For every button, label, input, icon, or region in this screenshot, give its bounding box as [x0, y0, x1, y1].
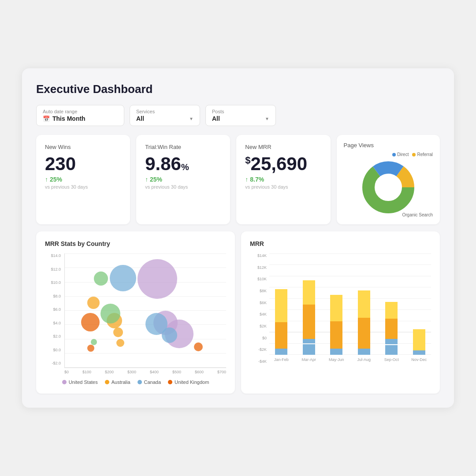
new-mrr-prefix: $ [245, 155, 250, 166]
trial-win-rate-number: 9.86 [145, 153, 181, 174]
bubble-au-1 [87, 297, 100, 309]
services-filter[interactable]: Services All ▼ [130, 105, 200, 126]
trial-win-rate-label: Trial:Win Rate [145, 144, 221, 150]
new-wins-label: New Wins [45, 144, 121, 150]
chevron-down-icon-posts: ▼ [265, 116, 269, 121]
new-mrr-card: New MRR $25,690 ↑ 8.7% vs previous 30 da… [236, 135, 330, 224]
x-label-sep: Sep-Oct [379, 357, 404, 362]
x-label-mar: Mar-Apr [297, 357, 321, 362]
dashboard-container: Executive Dashboard Auto date range 📅 Th… [22, 68, 454, 408]
new-wins-change: ↑ 25% [45, 176, 121, 183]
legend-uk-label: United Kingdom [175, 379, 209, 385]
bar-jul-aug [352, 253, 376, 355]
trial-win-rate-change: ↑ 25% [145, 176, 221, 183]
x-label-jan: Jan-Feb [269, 357, 294, 362]
donut-chart [355, 159, 421, 216]
calendar-icon: 📅 [43, 115, 50, 122]
bar-jul-yellow [358, 290, 370, 318]
bar-sep-oct [379, 253, 404, 355]
mrr-bar-title: MRR [250, 240, 431, 247]
bubble-y-axis: $14.0$12.0$10.0$8.0$6.0$4.0$2.0$0.0-$2.0 [45, 253, 63, 365]
bubble-uk-2 [87, 345, 94, 352]
legend-us-label: United States [69, 379, 98, 385]
posts-label: Posts [212, 109, 269, 114]
bar-jul-blue [358, 349, 370, 355]
new-mrr-label: New MRR [245, 144, 321, 150]
kpi-row: New Wins 230 ↑ 25% vs previous 30 days T… [36, 135, 440, 224]
bar-may-blue [330, 349, 342, 355]
dashboard-title: Executive Dashboard [36, 82, 440, 96]
bar-mar-neg-blue [303, 344, 315, 355]
bar-sep-yellow [385, 302, 398, 319]
mrr-stats-title: MRR Stats by Country [45, 240, 226, 247]
bubble-chart-area [64, 253, 226, 368]
new-mrr-change: ↑ 8.7% [245, 176, 321, 183]
legend-us-dot [62, 380, 67, 384]
bar-may-jun [324, 253, 349, 355]
bubble-ca-1 [110, 265, 136, 291]
svg-point-3 [375, 174, 402, 201]
new-wins-card: New Wins 230 ↑ 25% vs previous 30 days [36, 135, 130, 224]
mrr-stats-card: MRR Stats by Country $14.0$12.0$10.0$8.0… [36, 231, 235, 394]
bar-sep-orange [385, 319, 398, 339]
legend-au: Australia [105, 379, 130, 385]
legend-ca-dot [138, 380, 142, 384]
new-mrr-number: 25,690 [251, 153, 307, 174]
bar-mar-apr [297, 253, 321, 355]
donut-wrap: Direct Referral Organic Search [344, 152, 433, 217]
bar-chart-area: Jan-Feb Mar-Apr May-Jun Jul-Aug Sep-Oct … [269, 253, 431, 377]
charts-row: MRR Stats by Country $14.0$12.0$10.0$8.0… [36, 231, 440, 394]
trial-win-rate-suffix: % [181, 162, 189, 172]
filters-row: Auto date range 📅 This Month Services Al… [36, 105, 440, 126]
new-mrr-sub: vs previous 30 days [245, 184, 321, 190]
x-label-may: May-Jun [324, 357, 349, 362]
date-range-value: This Month [52, 115, 118, 122]
bar-jul-orange [358, 318, 370, 349]
bar-nov-blue [413, 350, 425, 355]
trial-win-rate-value: 9.86% [145, 155, 221, 173]
mrr-bar-wrapper: $14K$12K$10K$8K$6K$4K$2K$0-$2K-$4K [250, 253, 431, 377]
bar-mar-yellow [303, 280, 315, 305]
organic-search-label: Organic Search [344, 212, 433, 217]
bubble-green-1 [94, 271, 108, 286]
bar-nov-yellow [413, 329, 425, 350]
legend-au-label: Australia [112, 379, 130, 385]
page-views-title: Page Views [344, 142, 433, 149]
bubble-uk-1 [81, 313, 100, 331]
legend-au-dot [105, 380, 109, 384]
new-mrr-value: $25,690 [245, 155, 321, 173]
bar-sep-neg-blue [385, 345, 398, 355]
legend-us: United States [62, 379, 98, 385]
bar-sep-blue [385, 339, 398, 344]
bubble-chart-wrapper: $14.0$12.0$10.0$8.0$6.0$4.0$2.0$0.0-$2.0 [45, 253, 226, 374]
bar-may-yellow [330, 295, 342, 321]
chevron-down-icon: ▼ [189, 116, 193, 121]
x-label-nov: Nov-Dec [407, 357, 431, 362]
bubble-au-3 [113, 327, 123, 337]
mrr-bar-card: MRR $14K$12K$10K$8K$6K$4K$2K$0-$2K-$4K [241, 231, 440, 394]
bar-mar-blue [303, 339, 315, 343]
bubble-us-1 [138, 259, 177, 299]
referral-legend: Referral [412, 152, 433, 157]
posts-filter[interactable]: Posts All ▼ [205, 105, 276, 126]
page-views-card: Page Views Direct Referral Organic Searc… [337, 135, 440, 224]
bar-jan-feb [269, 253, 294, 355]
bubble-green-3 [91, 339, 97, 345]
services-label: Services [136, 109, 193, 114]
bubble-uk-3 [194, 342, 203, 351]
trial-win-rate-card: Trial:Win Rate 9.86% ↑ 25% vs previous 3… [136, 135, 230, 224]
bar-mar-orange [303, 305, 315, 339]
bubble-x-axis: $0$100$200$300$400$500$600$700 [64, 370, 226, 374]
date-range-label: Auto date range [43, 109, 118, 114]
bar-y-axis: $14K$12K$10K$8K$6K$4K$2K$0-$2K-$4K [250, 253, 268, 364]
new-wins-value: 230 [45, 155, 121, 173]
bars-container [269, 253, 431, 355]
x-label-jul: Jul-Aug [352, 357, 376, 362]
bubble-ca-3 [162, 327, 177, 343]
new-wins-sub: vs previous 30 days [45, 184, 121, 190]
date-range-filter[interactable]: Auto date range 📅 This Month [36, 105, 124, 126]
legend-uk-dot [168, 380, 172, 384]
bar-jan-yellow [275, 289, 287, 322]
bubble-legend: United States Australia Canada United Ki… [45, 379, 226, 385]
bar-nov-dec [407, 253, 431, 355]
